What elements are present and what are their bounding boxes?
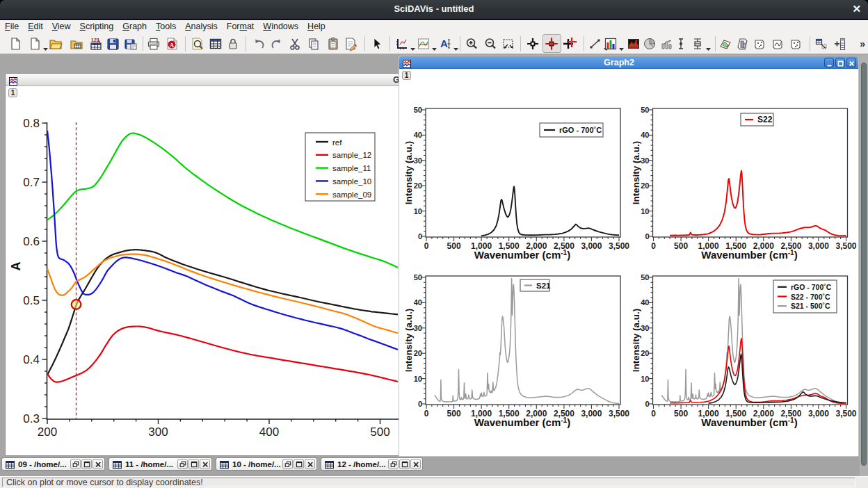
svg-text:300: 300 <box>148 425 168 439</box>
svg-text:500: 500 <box>447 409 461 418</box>
svg-text:10: 10 <box>641 207 649 215</box>
svg-text:3,500: 3,500 <box>609 241 629 251</box>
svg-text:50: 50 <box>414 106 422 114</box>
svg-text:10: 10 <box>414 375 422 383</box>
svg-text:S21 - 500˚C: S21 - 500˚C <box>791 302 830 310</box>
svg-text:S22: S22 <box>757 115 773 124</box>
svg-text:0: 0 <box>424 409 429 418</box>
svg-text:3,000: 3,000 <box>808 409 829 418</box>
svg-text:20: 20 <box>414 181 422 190</box>
svg-text:Intensity (a.u.): Intensity (a.u.) <box>631 309 641 373</box>
svg-text:50: 50 <box>641 273 649 282</box>
svg-text:20: 20 <box>414 349 422 357</box>
svg-text:3,500: 3,500 <box>835 409 856 418</box>
svg-text:rGO - 700˚C: rGO - 700˚C <box>791 283 832 291</box>
svg-text:10: 10 <box>414 207 422 215</box>
svg-text:500: 500 <box>370 425 389 439</box>
svg-text:500: 500 <box>674 409 688 418</box>
svg-text:0: 0 <box>418 400 422 408</box>
svg-text:123: 123 <box>91 38 99 42</box>
svg-text:0: 0 <box>651 409 656 418</box>
svg-text:3,000: 3,000 <box>581 409 602 418</box>
svg-text:400: 400 <box>259 425 279 439</box>
svg-text:Wavenumber (cm-1): Wavenumber (cm-1) <box>474 249 570 261</box>
svg-text:0: 0 <box>645 232 649 241</box>
svg-text:3,000: 3,000 <box>808 241 829 251</box>
svg-text:A: A <box>9 262 23 271</box>
svg-text:20: 20 <box>641 181 649 190</box>
svg-text:20: 20 <box>641 349 649 357</box>
svg-text:A: A <box>440 38 448 49</box>
svg-text:Wavenumber (cm-1): Wavenumber (cm-1) <box>701 416 797 428</box>
svg-text:0: 0 <box>651 241 656 251</box>
svg-text:30: 30 <box>641 156 649 165</box>
svg-text:30: 30 <box>641 324 649 332</box>
svg-text:0.6: 0.6 <box>23 235 40 248</box>
svg-text:S21: S21 <box>536 282 551 290</box>
svg-text:Intensity (a.u.): Intensity (a.u.) <box>403 141 414 205</box>
svg-text:0.8: 0.8 <box>23 117 40 130</box>
svg-text:sample_09: sample_09 <box>332 190 371 199</box>
svg-text:30: 30 <box>414 324 422 332</box>
svg-text:Wavenumber (cm-1): Wavenumber (cm-1) <box>474 416 570 428</box>
svg-text:ref: ref <box>332 138 342 147</box>
svg-text:rGO - 700˚C: rGO - 700˚C <box>559 126 602 134</box>
svg-text:sample_11: sample_11 <box>332 164 371 172</box>
svg-text:40: 40 <box>641 298 649 307</box>
svg-text:500: 500 <box>674 241 688 251</box>
svg-text:50: 50 <box>414 273 422 282</box>
svg-text:500: 500 <box>447 241 461 251</box>
svg-text:0.5: 0.5 <box>23 294 40 307</box>
svg-text:0: 0 <box>424 241 429 251</box>
svg-text:0: 0 <box>645 400 649 408</box>
svg-text:Wavenumber (cm-1): Wavenumber (cm-1) <box>701 249 797 261</box>
svg-text:50: 50 <box>641 106 649 114</box>
svg-text:40: 40 <box>414 298 422 307</box>
svg-text:Intensity (a.u.): Intensity (a.u.) <box>403 309 414 373</box>
svg-text:0.7: 0.7 <box>23 176 40 189</box>
svg-text:40: 40 <box>414 131 422 139</box>
svg-text:3,000: 3,000 <box>581 241 602 251</box>
svg-text:Intensity (a.u.): Intensity (a.u.) <box>631 141 641 205</box>
svg-text:10: 10 <box>641 375 649 383</box>
svg-text:0.4: 0.4 <box>23 353 40 366</box>
svg-text:A: A <box>170 42 175 49</box>
svg-text:sample_10: sample_10 <box>332 177 371 186</box>
svg-text:200: 200 <box>38 425 57 439</box>
svg-text:40: 40 <box>641 131 649 139</box>
svg-text:30: 30 <box>414 156 422 165</box>
svg-text:3,500: 3,500 <box>835 241 856 251</box>
svg-text:sample_12: sample_12 <box>332 151 371 159</box>
svg-text:S22 - 700˚C: S22 - 700˚C <box>791 293 830 301</box>
svg-text:0.3: 0.3 <box>23 412 40 425</box>
svg-text:0: 0 <box>418 232 422 241</box>
svg-text:3,500: 3,500 <box>609 409 629 418</box>
